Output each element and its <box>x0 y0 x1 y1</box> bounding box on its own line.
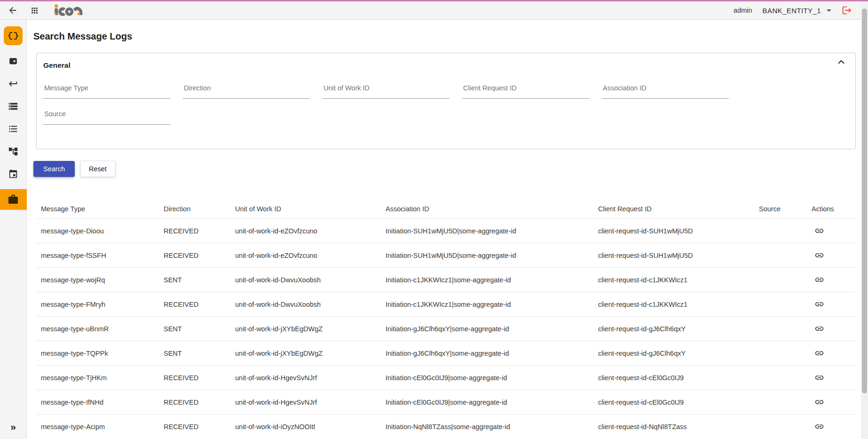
calendar-icon <box>8 169 18 179</box>
return-arrow-icon <box>8 79 18 89</box>
view-link-button[interactable] <box>814 373 824 383</box>
cell-client-request-id: client-request-id-NqNl8TZass <box>593 423 754 431</box>
collapse-panel-button[interactable] <box>837 60 845 64</box>
reset-button[interactable]: Reset <box>80 161 115 177</box>
vertical-scrollbar[interactable] <box>861 1 868 439</box>
view-link-button[interactable] <box>814 324 824 334</box>
filters-section-title: General <box>43 61 846 70</box>
cell-message-type: message-type-IfNHd <box>36 399 159 406</box>
cell-message-type: message-type-uBnmR <box>36 325 159 333</box>
cell-actions <box>807 397 856 407</box>
cell-unit-of-work-id: unit-of-work-id-jXYbEgDWgZ <box>230 325 381 333</box>
tree-icon <box>8 146 18 157</box>
table-column-header: Direction <box>159 205 230 213</box>
apps-grid-button[interactable] <box>26 2 42 18</box>
filter-input-direction[interactable] <box>183 83 310 99</box>
view-link-button[interactable] <box>814 422 824 431</box>
filter-field <box>43 83 170 99</box>
logout-icon <box>842 5 852 16</box>
sidebar-item-briefcase[interactable] <box>0 189 27 210</box>
filter-input-association-id[interactable] <box>602 83 729 99</box>
cell-association-id: Initiation-cEl0Gc0IJ9|some-aggregate-id <box>381 374 593 382</box>
table-row[interactable]: message-type-IfNHd RECEIVED unit-of-work… <box>36 390 856 414</box>
view-link-button[interactable] <box>814 348 824 358</box>
link-icon <box>814 275 824 285</box>
table-column-header: Association ID <box>381 205 593 213</box>
cell-unit-of-work-id: unit-of-work-id-jXYbEgDWgZ <box>230 350 381 357</box>
filter-input-source[interactable] <box>43 109 170 125</box>
cell-message-type: message-type-FMryh <box>36 301 159 308</box>
table-row[interactable]: message-type-TjHKm RECEIVED unit-of-work… <box>36 365 856 390</box>
filter-fields <box>43 83 846 125</box>
back-button[interactable] <box>5 2 21 18</box>
cell-direction: SENT <box>159 276 230 284</box>
cell-direction: SENT <box>159 325 230 333</box>
filter-input-message-type[interactable] <box>43 83 170 99</box>
link-icon <box>814 299 824 309</box>
filter-input-client-request-id[interactable] <box>462 83 589 99</box>
cell-actions <box>807 348 856 358</box>
link-icon <box>814 250 824 260</box>
cell-direction: RECEIVED <box>159 252 230 259</box>
sidebar-item-calendar[interactable] <box>0 163 27 185</box>
cell-association-id: Initiation-gJ6Clh6qxY|some-aggregate-id <box>381 350 593 357</box>
table-row[interactable]: message-type-wojRq SENT unit-of-work-id-… <box>36 267 856 292</box>
cell-association-id: Initiation-gJ6Clh6qxY|some-aggregate-id <box>381 325 593 333</box>
entity-label: BANK_ENTITY_1 <box>763 7 821 15</box>
cell-unit-of-work-id: unit-of-work-id-DwvuXoobsh <box>230 276 381 284</box>
cell-direction: RECEIVED <box>159 399 230 406</box>
cell-actions <box>807 324 856 334</box>
sidebar-item-card-panel[interactable] <box>0 50 27 72</box>
cell-actions <box>807 422 856 431</box>
sidebar-item-list[interactable] <box>0 118 27 140</box>
cell-message-type: message-type-TQPPk <box>36 350 159 357</box>
entity-selector[interactable]: BANK_ENTITY_1 <box>763 7 831 15</box>
view-link-button[interactable] <box>814 226 824 236</box>
top-bar: admin BANK_ENTITY_1 <box>0 0 868 20</box>
scrollbar-thumb[interactable] <box>862 8 867 393</box>
table-row[interactable]: message-type-TQPPk SENT unit-of-work-id-… <box>36 341 856 365</box>
table-row[interactable]: message-type-Acipm RECEIVED unit-of-work… <box>36 414 856 439</box>
cell-message-type: message-type-TjHKm <box>36 374 159 382</box>
table-row[interactable]: message-type-uBnmR SENT unit-of-work-id-… <box>36 316 856 341</box>
cell-message-type: message-type-fSSFH <box>36 252 159 259</box>
cell-client-request-id: client-request-id-gJ6Clh6qxY <box>593 350 754 357</box>
cell-actions <box>807 226 856 236</box>
logout-button[interactable] <box>842 5 852 16</box>
briefcase-icon <box>8 194 19 205</box>
sidebar-expand-button[interactable]: » <box>10 421 16 432</box>
cell-direction: RECEIVED <box>159 227 230 235</box>
cell-client-request-id: client-request-id-c1JKKWIcz1 <box>593 301 754 308</box>
cell-unit-of-work-id: unit-of-work-id-HgevSvNJrf <box>230 374 381 382</box>
sidebar-item-storage[interactable] <box>0 95 27 118</box>
link-icon <box>814 348 824 358</box>
view-link-button[interactable] <box>814 250 824 260</box>
table-row[interactable]: message-type-fSSFH RECEIVED unit-of-work… <box>36 243 856 267</box>
view-link-button[interactable] <box>814 397 824 407</box>
table-column-header: Unit of Work ID <box>230 205 381 213</box>
sidebar-item-message-logs[interactable] <box>4 26 23 45</box>
double-chevron-right-icon: » <box>10 421 16 432</box>
cell-actions <box>807 373 856 383</box>
icon-logo <box>54 4 87 17</box>
cell-actions <box>807 250 856 260</box>
table-column-header: Source <box>754 205 807 213</box>
user-label: admin <box>734 7 752 14</box>
view-link-button[interactable] <box>814 299 824 309</box>
cell-client-request-id: client-request-id-cEl0Gc0IJ9 <box>593 399 754 406</box>
cell-association-id: Initiation-cEl0Gc0IJ9|some-aggregate-id <box>381 399 593 406</box>
filter-input-unit-of-work-id[interactable] <box>323 83 450 99</box>
table-row[interactable]: message-type-FMryh RECEIVED unit-of-work… <box>36 292 856 316</box>
cell-unit-of-work-id: unit-of-work-id-eZOvfzcuno <box>230 227 381 235</box>
search-button[interactable]: Search <box>33 161 75 177</box>
chevron-up-icon <box>837 60 845 64</box>
sidebar-item-return[interactable] <box>0 72 27 95</box>
cell-client-request-id: client-request-id-SUH1wMjU5D <box>593 252 754 259</box>
cell-message-type: message-type-Acipm <box>36 423 159 431</box>
link-icon <box>814 397 824 407</box>
table-header-row: Message Type Direction Unit of Work ID A… <box>36 200 856 218</box>
table-row[interactable]: message-type-Dioou RECEIVED unit-of-work… <box>36 218 856 243</box>
sidebar-item-tree[interactable] <box>0 140 27 163</box>
apps-grid-icon <box>30 6 39 15</box>
view-link-button[interactable] <box>814 275 824 285</box>
